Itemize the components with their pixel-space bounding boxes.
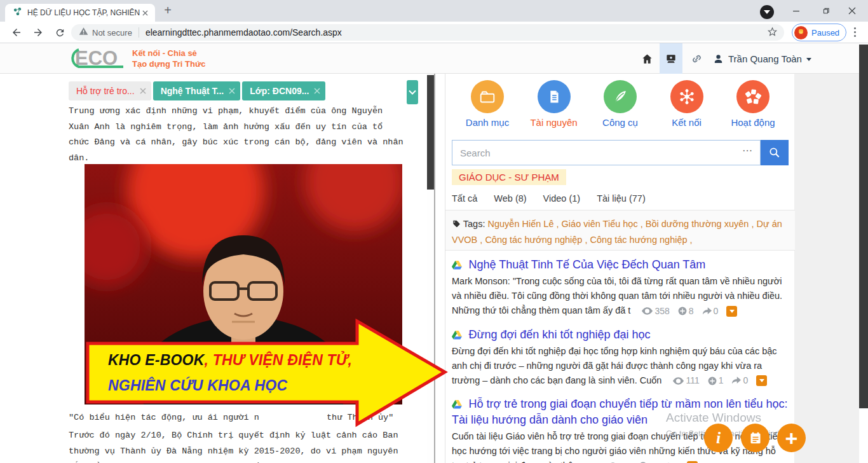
viewer-scrollbar-thumb[interactable]: [427, 75, 434, 190]
page-scrollbar[interactable]: [859, 43, 868, 463]
search-panel: Danh mục Tài nguyên Công cụ Kết nối: [445, 74, 794, 463]
tags-block: Tags: Nguyễn Hiến LêGiáo viên Tiểu họcBồ…: [445, 210, 795, 251]
result-stats: 11110: [673, 373, 767, 388]
doc-tab-1[interactable]: Hỗ trợ trẻ tro...: [69, 81, 151, 100]
views-stat: 358: [642, 304, 669, 319]
page-scrollbar-thumb[interactable]: [859, 45, 868, 408]
eco-logo-icon: ECO: [69, 46, 127, 71]
profile-paused-button[interactable]: ★ Paused: [792, 24, 846, 41]
doc-tab-1-label: Hỗ trợ trẻ tro...: [76, 86, 135, 96]
cards-icon: [736, 80, 770, 113]
tag-link[interactable]: Giáo viên Tiểu học: [562, 219, 646, 229]
promo-arrow-banner: [83, 315, 450, 428]
doc-tab-3-label: Lớp: ĐCN09...: [250, 86, 309, 96]
filter-docs[interactable]: Tài liệu (77): [597, 193, 646, 204]
address-bar[interactable]: Not secure elearningdttec.phanmemdaotao.…: [71, 24, 784, 41]
browser-window: HỆ DỮ LIỆU HỌC TẬP, NGHIÊN C + Not secur…: [0, 0, 868, 463]
search-more-button[interactable]: ⋯: [742, 144, 754, 156]
result-filters: Tất cả Web (8) Video (1) Tài liệu (77): [452, 193, 646, 204]
form-fab-button[interactable]: [741, 424, 770, 452]
tab-close-icon[interactable]: [140, 8, 150, 18]
doc-tab-2[interactable]: Nghệ Thuật T...: [153, 81, 241, 100]
views-stat: 76: [607, 459, 630, 463]
likes-stat[interactable]: 1: [708, 373, 724, 388]
filter-web[interactable]: Web (8): [494, 193, 526, 204]
shares-stat[interactable]: 0: [702, 304, 719, 319]
shares-stat[interactable]: 0: [663, 459, 679, 463]
bookmark-star-icon[interactable]: [767, 26, 778, 39]
not-secure-warning-icon: [79, 27, 88, 38]
filter-video[interactable]: Video (1): [543, 193, 581, 204]
window-restore-button[interactable]: [816, 4, 835, 18]
result-description: Đừng đợi đến khi tốt nghiệp đại học tổng…: [452, 344, 790, 389]
home-icon[interactable]: [637, 43, 657, 74]
tags-label: Tags:: [463, 219, 485, 229]
result-stats: 35880: [642, 304, 737, 319]
plus-circle-icon: [708, 377, 717, 385]
search-button[interactable]: [761, 140, 789, 165]
user-menu[interactable]: Trần Quang Toàn: [713, 43, 811, 74]
close-icon[interactable]: [229, 88, 235, 94]
logo-tagline-1: Kết nối - Chia sẻ: [132, 48, 206, 59]
plus-circle-icon: [678, 307, 687, 315]
close-icon[interactable]: [314, 88, 320, 94]
search-icon: [768, 146, 781, 159]
back-icon[interactable]: [9, 25, 24, 40]
search-input[interactable]: [452, 141, 760, 165]
tag-link[interactable]: Bồi dưỡng thường xuyên: [646, 219, 757, 229]
close-icon[interactable]: [140, 88, 146, 94]
browser-menu-icon[interactable]: [854, 27, 857, 39]
resources-icon[interactable]: [660, 43, 682, 74]
tag-link[interactable]: Nguyễn Hiến Lê: [487, 219, 561, 229]
caret-down-icon: [729, 310, 735, 313]
nav-cong-cu[interactable]: Công cụ: [590, 80, 651, 128]
url-text[interactable]: elearningdttec.phanmemdaotao.com/Search.…: [146, 27, 767, 38]
tabs-dropdown-button[interactable]: [407, 80, 418, 104]
page-background: [794, 74, 859, 463]
add-fab-button[interactable]: +: [777, 424, 806, 452]
likes-stat[interactable]: 1: [639, 459, 654, 463]
site-logo[interactable]: ECO Kết nối - Chia sẻ Tạo dựng Tri Thức: [69, 46, 206, 71]
window-close-button[interactable]: [843, 4, 862, 18]
link-icon[interactable]: [686, 43, 707, 74]
info-fab-button[interactable]: i: [704, 424, 733, 452]
nav-danh-muc[interactable]: Danh mục: [457, 80, 518, 128]
new-tab-button[interactable]: +: [161, 4, 174, 17]
search-box: ⋯: [452, 140, 761, 165]
save-result-button[interactable]: [687, 461, 698, 463]
network-icon: [670, 80, 703, 113]
result-stats: 7610: [607, 459, 698, 463]
tag-link[interactable]: Công tác hướng nghiệp: [485, 235, 590, 245]
quill-icon: [604, 80, 637, 113]
eye-icon: [642, 307, 653, 315]
search-bar: ⋯: [452, 140, 789, 165]
save-result-button[interactable]: [726, 306, 737, 317]
caret-down-icon: [806, 58, 811, 61]
reload-icon[interactable]: [52, 25, 67, 40]
drive-icon: [452, 331, 462, 340]
window-minimize-button[interactable]: [787, 4, 806, 18]
nav-ket-noi[interactable]: Kết nối: [656, 80, 717, 128]
logo-tagline-2: Tạo dựng Tri Thức: [132, 59, 206, 69]
plus-icon: +: [785, 427, 798, 449]
tag-link[interactable]: Công tác hướng nghiệp: [590, 235, 693, 245]
drive-icon: [452, 261, 462, 270]
doc-tab-2-label: Nghệ Thuật T...: [161, 86, 224, 96]
filter-all[interactable]: Tất cả: [452, 193, 477, 204]
forward-icon[interactable]: [31, 25, 46, 40]
save-result-button[interactable]: [756, 375, 767, 386]
nav-tai-nguyen[interactable]: Tài nguyên: [524, 80, 585, 128]
article-paragraph-1: Trung ương xác định những vi phạm, khuyế…: [69, 104, 403, 166]
doc-tab-3[interactable]: Lớp: ĐCN09...: [242, 81, 325, 100]
media-control-button[interactable]: [760, 5, 774, 19]
browser-tab[interactable]: HỆ DỮ LIỆU HỌC TẬP, NGHIÊN C: [5, 4, 155, 22]
panel-nav: Danh mục Tài nguyên Công cụ Kết nối: [445, 80, 795, 128]
likes-stat[interactable]: 8: [678, 304, 694, 319]
result-title-link[interactable]: Nghệ Thuật Tinh Tế Của Việc Đếch Quan Tâ…: [468, 258, 705, 271]
share-arrow-icon: [702, 307, 712, 315]
nav-hoat-dong[interactable]: Hoạt động: [722, 80, 783, 128]
shares-stat[interactable]: 0: [731, 373, 748, 388]
clipboard-icon: [748, 431, 763, 446]
category-chip[interactable]: GIÁO DỤC - SƯ PHẠM: [452, 169, 566, 185]
result-title-link[interactable]: Đừng đợi đến khi tốt nghiệp đại học: [468, 328, 650, 341]
